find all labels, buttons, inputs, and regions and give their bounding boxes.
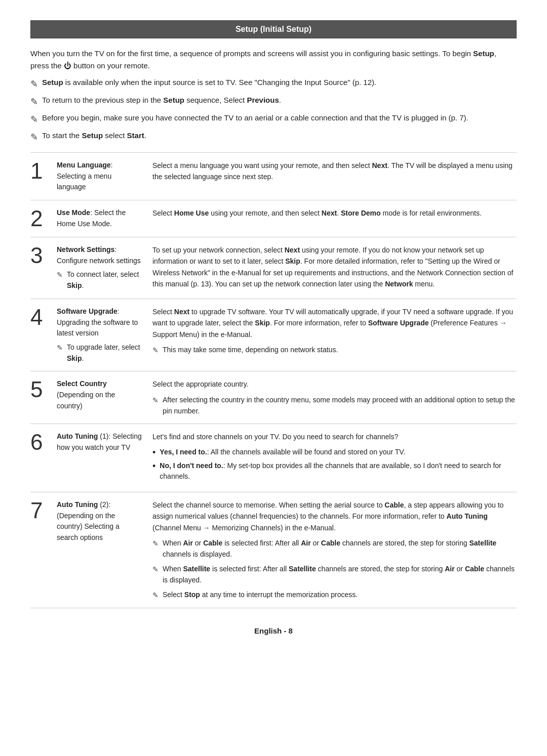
step-desc-7: Select the channel source to memorise. W…: [148, 492, 517, 608]
step5-note-icon: ✎: [152, 395, 159, 406]
step-row-6: 6 Auto Tuning (1): Selecting how you wat…: [30, 424, 517, 492]
step-label-1: Menu Language: Selecting a menu language: [55, 153, 148, 200]
step-num-4: 4: [30, 299, 55, 371]
note-icon-2: ✎: [30, 95, 38, 109]
step-row-7: 7 Auto Tuning (2): (Depending on the cou…: [30, 492, 517, 608]
step-desc-4: Select Next to upgrade TV software. Your…: [148, 299, 517, 371]
step7-note-icon-3: ✎: [152, 590, 159, 601]
step4-note-block: ✎ This may take some time, depending on …: [152, 344, 517, 356]
intro-note-text-2: To return to the previous step in the Se…: [42, 95, 517, 106]
step-desc-6: Let's find and store channels on your TV…: [148, 424, 517, 492]
step6-bullets: • Yes, I need to.: All the channels avai…: [152, 447, 517, 482]
step4-desc-note-icon: ✎: [152, 345, 159, 356]
step-desc-1: Select a menu language you want using yo…: [148, 153, 517, 200]
step7-note-text-2: When Satellite is selected first: After …: [163, 563, 517, 586]
note-icon-3: ✎: [30, 113, 38, 127]
intro-note-4: ✎ To start the Setup select Start.: [30, 130, 517, 144]
intro-section: When you turn the TV on for the first ti…: [30, 48, 517, 144]
step-num-5: 5: [30, 371, 55, 424]
bullet-dot-2: •: [152, 461, 155, 471]
step3-note-text: To connect later, select Skip.: [67, 269, 142, 291]
intro-note-2: ✎ To return to the previous step in the …: [30, 95, 517, 109]
intro-note-text-4: To start the Setup select Start.: [42, 130, 517, 142]
intro-note-text-1: Setup is available only when the input s…: [42, 77, 517, 89]
step-num-3: 3: [30, 237, 55, 299]
step7-note-text-3: Select Stop at any time to interrupt the…: [163, 589, 358, 600]
step5-note: ✎ After selecting the country in the cou…: [152, 394, 517, 417]
step-label-4: Software Upgrade: Upgrading the software…: [55, 299, 148, 371]
step-desc-5: Select the appropriate country. ✎ After …: [148, 371, 517, 424]
step7-note-icon-2: ✎: [152, 564, 159, 575]
step7-note-text-1: When Air or Cable is selected first: Aft…: [163, 537, 517, 560]
step-desc-3: To set up your network connection, selec…: [148, 237, 517, 299]
step-label-5: Select Country (Depending on the country…: [55, 371, 148, 424]
step-num-1: 1: [30, 153, 55, 200]
step-label-6: Auto Tuning (1): Selecting how you watch…: [55, 424, 148, 492]
title-bar: Setup (Initial Setup): [30, 20, 517, 38]
step6-bullet-text-2: No, I don't need to.: My set-top box pro…: [160, 460, 517, 482]
step6-bullet-1: • Yes, I need to.: All the channels avai…: [152, 447, 517, 458]
step-row-1: 1 Menu Language: Selecting a menu langua…: [30, 153, 517, 200]
step-num-6: 6: [30, 424, 55, 492]
step3-note-icon: ✎: [57, 270, 63, 281]
steps-table: 1 Menu Language: Selecting a menu langua…: [30, 152, 517, 608]
step-label-3: Network Settings: Configure network sett…: [55, 237, 148, 299]
intro-note-3: ✎ Before you begin, make sure you have c…: [30, 112, 517, 127]
step4-desc-note-text: This may take some time, depending on ne…: [163, 344, 338, 355]
note-icon-1: ✎: [30, 77, 38, 91]
step4-note-text: To upgrade later, select Skip.: [67, 342, 142, 364]
step-row-3: 3 Network Settings: Configure network se…: [30, 237, 517, 299]
step-row-5: 5 Select Country (Depending on the count…: [30, 371, 517, 424]
intro-note-text-3: Before you begin, make sure you have con…: [42, 112, 517, 124]
step-row-4: 4 Software Upgrade: Upgrading the softwa…: [30, 299, 517, 371]
bullet-dot-1: •: [152, 448, 155, 457]
footer: English - 8: [30, 626, 517, 635]
page-title: Setup (Initial Setup): [236, 25, 311, 33]
intro-main: When you turn the TV on for the first ti…: [30, 48, 517, 72]
step-desc-2: Select Home Use using your remote, and t…: [148, 200, 517, 237]
step-label-7: Auto Tuning (2): (Depending on the count…: [55, 492, 148, 608]
note-icon-4: ✎: [30, 131, 38, 144]
step6-bullet-text-1: Yes, I need to.: All the channels availa…: [160, 447, 405, 458]
step-label-2: Use Mode: Select the Home Use Mode.: [55, 200, 148, 237]
intro-note-1: ✎ Setup is available only when the input…: [30, 77, 517, 91]
step7-note-2: ✎ When Satellite is selected first: Afte…: [152, 563, 517, 586]
step-num-2: 2: [30, 200, 55, 237]
footer-text: English - 8: [254, 626, 293, 635]
step-num-7: 7: [30, 492, 55, 608]
step7-note-1: ✎ When Air or Cable is selected first: A…: [152, 537, 517, 560]
step7-note-icon-1: ✎: [152, 538, 159, 549]
step6-bullet-2: • No, I don't need to.: My set-top box p…: [152, 460, 517, 482]
step7-note-3: ✎ Select Stop at any time to interrupt t…: [152, 589, 517, 601]
step4-note-icon: ✎: [57, 343, 63, 354]
step5-note-text: After selecting the country in the count…: [163, 394, 517, 417]
step-row-2: 2 Use Mode: Select the Home Use Mode. Se…: [30, 200, 517, 237]
